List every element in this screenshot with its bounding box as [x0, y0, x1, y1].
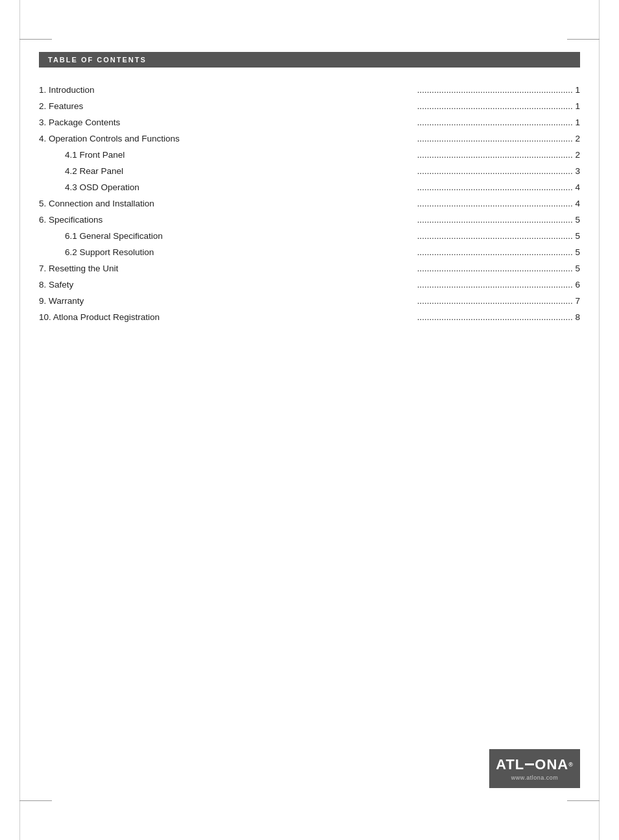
toc-entry-label: 6.2 Support Resolution	[39, 244, 248, 260]
toc-row[interactable]: 4.1 Front Panel.........................…	[39, 147, 580, 163]
toc-page-number: 5	[573, 244, 580, 260]
logo-at: AT	[496, 756, 515, 773]
toc-dots: ........................................…	[248, 309, 572, 325]
toc-entry-label: 8. Safety	[39, 277, 248, 293]
toc-entry-label: 6. Specifications	[39, 212, 248, 228]
toc-page-number: 4	[573, 179, 580, 195]
toc-entry-label: 10. Atlona Product Registration	[39, 309, 248, 325]
logo-registered: ®	[568, 762, 574, 768]
toc-page-number: 5	[573, 212, 580, 228]
toc-entry-label: 4. Operation Controls and Functions	[39, 130, 248, 147]
page-content: TABLE OF CONTENTS 1. Introduction.......…	[39, 52, 580, 788]
toc-row[interactable]: 4.3 OSD Operation.......................…	[39, 179, 580, 195]
toc-entry-label: 9. Warranty	[39, 293, 248, 309]
toc-entry-label: 1. Introduction	[39, 82, 248, 98]
toc-row[interactable]: 3. Package Contents.....................…	[39, 114, 580, 130]
atlona-logo-text: ATLONA®	[496, 756, 574, 773]
toc-entry-label: 7. Resetting the Unit	[39, 260, 248, 277]
toc-entry-label: 4.2 Rear Panel	[39, 163, 248, 179]
logo-a: A	[557, 756, 568, 773]
toc-row[interactable]: 6.1 General Specification...............…	[39, 228, 580, 244]
toc-row[interactable]: 8. Safety...............................…	[39, 277, 580, 293]
toc-dots: ........................................…	[248, 228, 572, 244]
toc-row[interactable]: 6. Specifications.......................…	[39, 212, 580, 228]
toc-page-number: 3	[573, 163, 580, 179]
toc-entry-label: 6.1 General Specification	[39, 228, 248, 244]
toc-table: 1. Introduction.........................…	[39, 82, 580, 325]
toc-page-number: 5	[573, 260, 580, 277]
toc-row[interactable]: 2. Features.............................…	[39, 98, 580, 114]
toc-entry-label: 4.1 Front Panel	[39, 147, 248, 163]
toc-row[interactable]: 5. Connection and Installation..........…	[39, 195, 580, 212]
toc-page-number: 6	[573, 277, 580, 293]
toc-header: TABLE OF CONTENTS	[39, 52, 580, 68]
toc-row[interactable]: 9. Warranty.............................…	[39, 293, 580, 309]
toc-page-number: 1	[573, 98, 580, 114]
toc-entry-label: 5. Connection and Installation	[39, 195, 248, 212]
toc-dots: ........................................…	[248, 114, 572, 130]
toc-entry-label: 3. Package Contents	[39, 114, 248, 130]
toc-page-number: 1	[573, 114, 580, 130]
toc-dots: ........................................…	[248, 82, 572, 98]
toc-page-number: 2	[573, 147, 580, 163]
page-border-right	[599, 0, 600, 840]
logo-bar	[525, 763, 534, 765]
toc-dots: ........................................…	[248, 293, 572, 309]
toc-dots: ........................................…	[248, 98, 572, 114]
toc-page-number: 8	[573, 309, 580, 325]
bottom-line-right	[567, 800, 600, 801]
toc-dots: ........................................…	[248, 179, 572, 195]
top-line-right	[567, 39, 600, 40]
toc-row[interactable]: 10. Atlona Product Registration.........…	[39, 309, 580, 325]
toc-header-label: TABLE OF CONTENTS	[48, 56, 147, 64]
toc-entry-label: 2. Features	[39, 98, 248, 114]
toc-entry-label: 4.3 OSD Operation	[39, 179, 248, 195]
toc-dots: ........................................…	[248, 195, 572, 212]
toc-dots: ........................................…	[248, 147, 572, 163]
toc-row[interactable]: 4. Operation Controls and Functions.....…	[39, 130, 580, 147]
toc-dots: ........................................…	[248, 244, 572, 260]
toc-dots: ........................................…	[248, 212, 572, 228]
toc-page-number: 4	[573, 195, 580, 212]
toc-row[interactable]: 1. Introduction.........................…	[39, 82, 580, 98]
top-line-left	[19, 39, 52, 40]
toc-row[interactable]: 7. Resetting the Unit...................…	[39, 260, 580, 277]
atlona-url: www.atlona.com	[511, 774, 559, 781]
toc-dots: ........................................…	[248, 163, 572, 179]
toc-dots: ........................................…	[248, 277, 572, 293]
toc-row[interactable]: 4.2 Rear Panel..........................…	[39, 163, 580, 179]
logo-l: L	[515, 756, 524, 773]
toc-page-number: 2	[573, 130, 580, 147]
toc-page-number: 1	[573, 82, 580, 98]
page-border-left	[19, 0, 20, 840]
toc-dots: ........................................…	[248, 260, 572, 277]
logo-on: ON	[535, 756, 557, 773]
toc-page-number: 7	[573, 293, 580, 309]
toc-dots: ........................................…	[248, 130, 572, 147]
atlona-logo: ATLONA® www.atlona.com	[489, 749, 580, 788]
toc-row[interactable]: 6.2 Support Resolution..................…	[39, 244, 580, 260]
toc-page-number: 5	[573, 228, 580, 244]
bottom-line-left	[19, 800, 52, 801]
